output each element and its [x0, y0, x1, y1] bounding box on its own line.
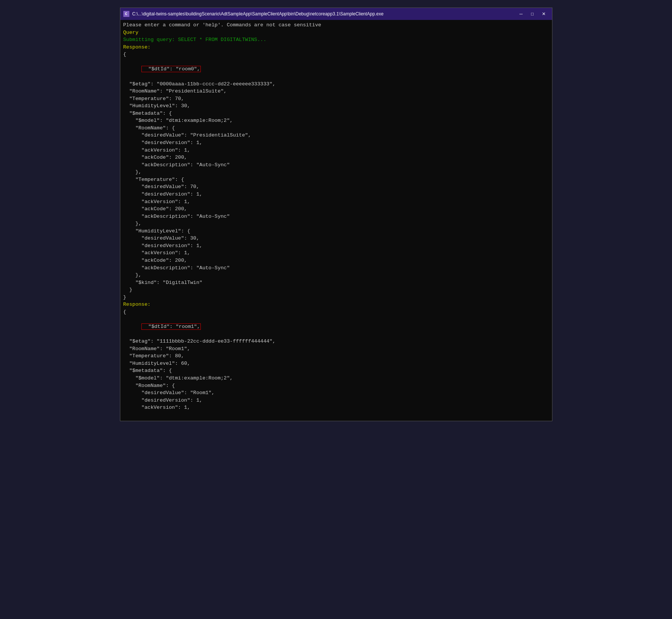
room0-rn-desiredvalue: "desiredValue": "PresidentialSuite", [123, 132, 549, 139]
room0-hum-ackversion: "ackVersion": 1, [123, 249, 549, 257]
minimize-button[interactable]: ─ [516, 10, 526, 18]
room0-close-brace: } [123, 294, 549, 301]
open-brace-2: { [123, 308, 549, 316]
room0-temp-ackversion: "ackVersion": 1, [123, 198, 549, 206]
console-output: Please enter a command or 'help'. Comman… [120, 20, 552, 421]
room0-dtid-line: "$dtId": "room0", [123, 58, 549, 80]
window-title: C:\...\digital-twins-samples\buildingSce… [132, 11, 384, 17]
room0-metadata-close: } [123, 286, 549, 294]
room1-rn-desiredvalue: "desiredValue": "Room1", [123, 389, 549, 397]
room0-temp-ackcode: "ackCode": 200, [123, 205, 549, 213]
room1-humidity: "HumidityLevel": 60, [123, 360, 549, 367]
room0-model: "$model": "dtmi:example:Room;2", [123, 117, 549, 124]
console-window: C C:\...\digital-twins-samples\buildingS… [120, 8, 552, 421]
room0-roomname-meta-open: "RoomName": { [123, 124, 549, 132]
room0-rn-ackcode: "ackCode": 200, [123, 154, 549, 161]
room0-humidity-meta-open: "HumidityLevel": { [123, 228, 549, 235]
room1-dtid-highlighted: "$dtId": "room1", [141, 323, 201, 330]
room1-dtid-line: "$dtId": "room1", [123, 316, 549, 338]
room0-temperature: "Temperature": 70, [123, 95, 549, 103]
room0-rn-desiredversion: "desiredVersion": 1, [123, 139, 549, 147]
room0-rn-close: }, [123, 168, 549, 176]
room1-roomname: "RoomName": "Room1", [123, 345, 549, 353]
room0-temp-ackdesc: "ackDescription": "Auto-Sync" [123, 213, 549, 220]
restore-button[interactable]: □ [527, 10, 538, 18]
query-label: Query [123, 29, 549, 36]
room0-temp-desiredvalue: "desiredValue": 70, [123, 183, 549, 191]
room0-temp-meta-open: "Temperature": { [123, 176, 549, 184]
room0-temp-desiredversion: "desiredVersion": 1, [123, 191, 549, 198]
room1-rn-desiredversion: "desiredVersion": 1, [123, 397, 549, 404]
room0-temp-close: }, [123, 220, 549, 228]
room0-roomname: "RoomName": "PresidentialSuite", [123, 88, 549, 95]
room0-hum-ackdesc: "ackDescription": "Auto-Sync" [123, 264, 549, 272]
room0-hum-close: }, [123, 272, 549, 279]
room1-metadata-open: "$metadata": { [123, 367, 549, 375]
prompt-line: Please enter a command or 'help'. Comman… [123, 21, 549, 29]
room0-etag: "$etag": "0000aaaa-11bb-cccc-dd22-eeeeee… [123, 80, 549, 88]
open-brace-1: { [123, 51, 549, 58]
submitting-line: Submitting query: SELECT * FROM DIGITALT… [123, 36, 549, 44]
room0-rn-ackversion: "ackVersion": 1, [123, 147, 549, 154]
room1-model: "$model": "dtmi:example:Room;2", [123, 375, 549, 382]
response-label-1: Response: [123, 44, 549, 51]
room0-hum-ackcode: "ackCode": 200, [123, 257, 549, 264]
window-controls: ─ □ ✕ [516, 10, 549, 18]
room0-rn-ackdesc: "ackDescription": "Auto-Sync" [123, 161, 549, 169]
room0-dtid-highlighted: "$dtId": "room0", [141, 66, 201, 72]
room0-humidity: "HumidityLevel": 30, [123, 102, 549, 110]
title-bar-left: C C:\...\digital-twins-samples\buildingS… [123, 11, 384, 17]
room0-hum-desiredvalue: "desiredValue": 30, [123, 235, 549, 242]
room0-hum-desiredversion: "desiredVersion": 1, [123, 242, 549, 250]
room0-metadata-open: "$metadata": { [123, 110, 549, 117]
close-button[interactable]: ✕ [539, 10, 549, 18]
app-icon: C [123, 11, 129, 17]
title-bar: C C:\...\digital-twins-samples\buildingS… [120, 8, 552, 20]
room0-kind: "$kind": "DigitalTwin" [123, 279, 549, 287]
room1-temperature: "Temperature": 80, [123, 352, 549, 360]
room1-roomname-meta-open: "RoomName": { [123, 382, 549, 390]
room1-rn-ackversion: "ackVersion": 1, [123, 404, 549, 411]
room1-etag: "$etag": "1111bbbb-22cc-dddd-ee33-ffffff… [123, 338, 549, 345]
response-label-2: Response: [123, 301, 549, 308]
